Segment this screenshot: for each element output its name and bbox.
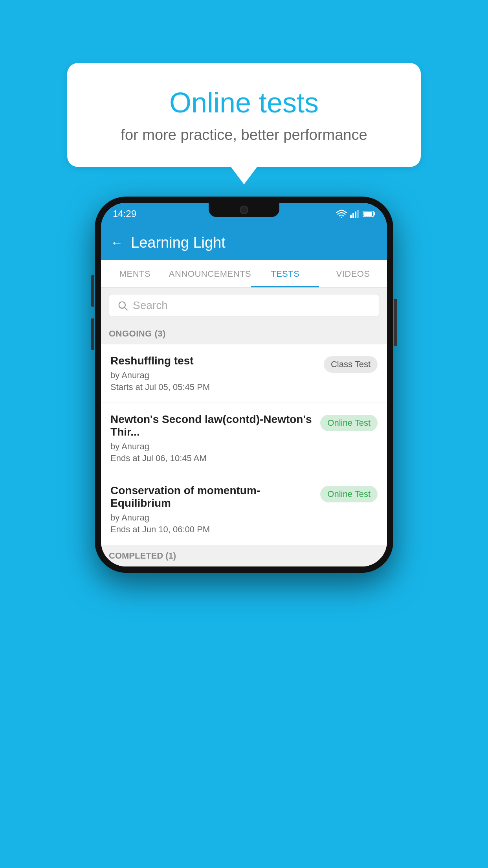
search-container: Search: [101, 288, 387, 323]
front-camera: [240, 206, 248, 214]
tabs-bar: MENTS ANNOUNCEMENTS TESTS VIDEOS: [101, 260, 387, 288]
phone-mockup: 14:29: [95, 197, 393, 573]
test-badge-1: Class Test: [324, 356, 378, 373]
phone-outer: 14:29: [95, 197, 393, 573]
completed-label: COMPLETED (1): [109, 551, 176, 561]
bubble-subtitle: for more practice, better performance: [99, 127, 389, 143]
test-author-1: by Anurag: [110, 370, 319, 381]
completed-section-header: COMPLETED (1): [101, 545, 387, 566]
svg-point-0: [341, 217, 342, 218]
back-button[interactable]: ←: [110, 235, 123, 250]
phone-screen: 14:29: [101, 203, 387, 566]
ongoing-label: ONGOING (3): [109, 329, 166, 338]
test-time-1: Starts at Jul 05, 05:45 PM: [110, 382, 319, 392]
test-badge-2: Online Test: [320, 415, 378, 431]
speech-bubble: Online tests for more practice, better p…: [67, 63, 421, 167]
wifi-icon: [336, 210, 347, 218]
signal-icon: [350, 210, 360, 218]
test-info-3: Conservation of momentum-Equilibrium by …: [110, 484, 316, 535]
test-item-1[interactable]: Reshuffling test by Anurag Starts at Jul…: [101, 344, 387, 403]
test-info-1: Reshuffling test by Anurag Starts at Jul…: [110, 355, 319, 392]
tab-tests[interactable]: TESTS: [251, 260, 319, 287]
app-header-title: Learning Light: [131, 234, 226, 251]
search-placeholder: Search: [133, 299, 168, 312]
test-item-3[interactable]: Conservation of momentum-Equilibrium by …: [101, 474, 387, 545]
svg-rect-1: [350, 215, 352, 218]
test-name-1: Reshuffling test: [110, 355, 319, 367]
test-name-3: Conservation of momentum-Equilibrium: [110, 484, 316, 509]
tab-announcements[interactable]: ANNOUNCEMENTS: [169, 260, 251, 287]
app-header: ← Learning Light: [101, 225, 387, 260]
battery-icon: [363, 210, 375, 217]
test-author-3: by Anurag: [110, 513, 316, 523]
test-time-2: Ends at Jul 06, 10:45 AM: [110, 453, 316, 463]
ongoing-section-header: ONGOING (3): [101, 323, 387, 344]
svg-rect-3: [355, 211, 356, 218]
bubble-title: Online tests: [99, 86, 389, 119]
search-icon: [117, 300, 128, 311]
svg-line-9: [125, 307, 127, 310]
test-item-2[interactable]: Newton's Second law(contd)-Newton's Thir…: [101, 403, 387, 474]
volume-down-button: [91, 318, 94, 350]
search-bar[interactable]: Search: [109, 294, 379, 317]
test-time-3: Ends at Jun 10, 06:00 PM: [110, 524, 316, 535]
power-button: [394, 299, 397, 346]
phone-notch: [209, 203, 279, 217]
svg-rect-4: [357, 210, 359, 218]
test-author-2: by Anurag: [110, 441, 316, 452]
svg-rect-6: [374, 212, 375, 215]
svg-rect-7: [363, 212, 372, 216]
tab-videos[interactable]: VIDEOS: [319, 260, 387, 287]
svg-rect-2: [352, 213, 354, 218]
test-name-2: Newton's Second law(contd)-Newton's Thir…: [110, 413, 316, 438]
status-time: 14:29: [113, 208, 136, 219]
test-badge-3: Online Test: [320, 486, 378, 502]
volume-up-button: [91, 275, 94, 307]
tab-ments[interactable]: MENTS: [101, 260, 169, 287]
status-icons: [336, 210, 375, 218]
test-info-2: Newton's Second law(contd)-Newton's Thir…: [110, 413, 316, 463]
